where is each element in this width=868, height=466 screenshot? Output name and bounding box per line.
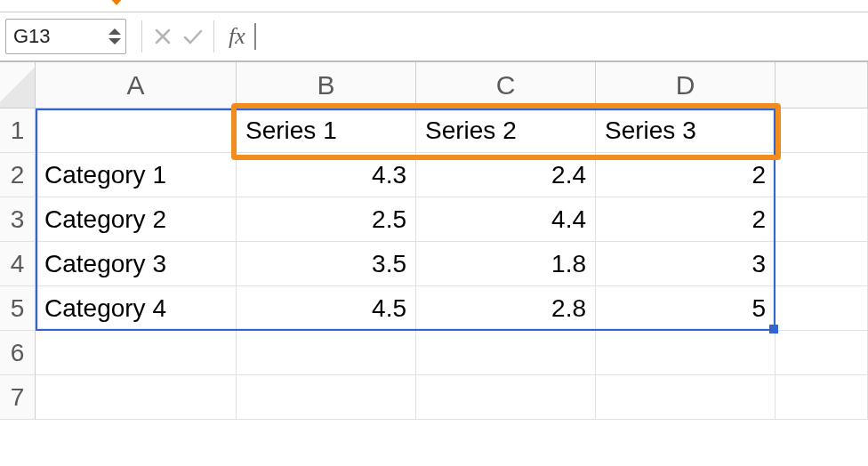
active-tab-indicator <box>108 0 125 5</box>
cell-B3[interactable]: 2.5 <box>237 197 416 242</box>
cell-C4[interactable]: 1.8 <box>416 242 596 286</box>
column-header-A[interactable]: A <box>36 62 237 108</box>
cell-A6[interactable] <box>36 331 237 375</box>
cell-A4[interactable]: Category 3 <box>36 242 237 286</box>
cell-A2[interactable]: Category 1 <box>36 153 237 197</box>
column-header-extra[interactable] <box>776 62 868 108</box>
cell-B7[interactable] <box>237 375 416 420</box>
cell-D5[interactable]: 5 <box>596 286 776 331</box>
row-header-7[interactable]: 7 <box>0 375 36 420</box>
ribbon-edge <box>0 0 868 12</box>
cell-E1[interactable] <box>776 108 868 153</box>
divider <box>141 20 142 52</box>
row-6: 6 <box>0 331 868 375</box>
cell-A7[interactable] <box>36 375 237 420</box>
close-icon <box>154 28 172 45</box>
cell-C5[interactable]: 2.8 <box>416 286 596 331</box>
chevron-down-icon <box>108 38 121 44</box>
cell-grid: A B C D 1 Series 1 Series 2 Series 3 2 C… <box>0 62 868 420</box>
name-box-stepper[interactable] <box>108 28 121 44</box>
cell-B1[interactable]: Series 1 <box>237 108 416 153</box>
cell-C6[interactable] <box>416 331 596 375</box>
cell-B4[interactable]: 3.5 <box>237 242 416 286</box>
check-icon <box>182 28 204 45</box>
row-header-2[interactable]: 2 <box>0 153 36 197</box>
divider <box>213 20 214 52</box>
row-header-4[interactable]: 4 <box>0 242 36 286</box>
cell-B6[interactable] <box>237 331 416 375</box>
formula-bar: fx <box>0 12 868 62</box>
cell-C1[interactable]: Series 2 <box>416 108 596 153</box>
formula-input[interactable] <box>256 19 868 54</box>
row-2: 2 Category 1 4.3 2.4 2 <box>0 153 868 197</box>
column-header-C[interactable]: C <box>416 62 596 108</box>
cell-D6[interactable] <box>596 331 776 375</box>
cell-E6[interactable] <box>776 331 868 375</box>
column-header-D[interactable]: D <box>596 62 776 108</box>
cell-D2[interactable]: 2 <box>596 153 776 197</box>
chevron-up-icon <box>108 28 121 35</box>
row-5: 5 Category 4 4.5 2.8 5 <box>0 286 868 331</box>
row-header-3[interactable]: 3 <box>0 197 36 242</box>
fx-label[interactable]: fx <box>220 23 253 50</box>
worksheet[interactable]: A B C D 1 Series 1 Series 2 Series 3 2 C… <box>0 62 868 420</box>
row-4: 4 Category 3 3.5 1.8 3 <box>0 242 868 286</box>
cell-B2[interactable]: 4.3 <box>237 153 416 197</box>
cell-D4[interactable]: 3 <box>596 242 776 286</box>
cell-C3[interactable]: 4.4 <box>416 197 596 242</box>
cell-C2[interactable]: 2.4 <box>416 153 596 197</box>
column-header-row: A B C D <box>0 62 868 108</box>
cell-E4[interactable] <box>776 242 868 286</box>
column-header-B[interactable]: B <box>237 62 416 108</box>
row-header-1[interactable]: 1 <box>0 108 36 153</box>
cell-A5[interactable]: Category 4 <box>36 286 237 331</box>
row-1: 1 Series 1 Series 2 Series 3 <box>0 108 868 153</box>
cell-E5[interactable] <box>776 286 868 331</box>
confirm-button[interactable] <box>178 21 208 52</box>
cell-A1[interactable] <box>36 108 237 153</box>
cell-E2[interactable] <box>776 153 868 197</box>
name-box-container <box>5 19 126 54</box>
cell-D1[interactable]: Series 3 <box>596 108 776 153</box>
cell-B5[interactable]: 4.5 <box>237 286 416 331</box>
cell-C7[interactable] <box>416 375 596 420</box>
row-7: 7 <box>0 375 868 420</box>
row-header-5[interactable]: 5 <box>0 286 36 331</box>
cancel-button[interactable] <box>148 21 178 52</box>
cell-E7[interactable] <box>776 375 868 420</box>
cell-A3[interactable]: Category 2 <box>36 197 237 242</box>
row-3: 3 Category 2 2.5 4.4 2 <box>0 197 868 242</box>
cell-E3[interactable] <box>776 197 868 242</box>
cell-D7[interactable] <box>596 375 776 420</box>
select-all-corner[interactable] <box>0 62 36 108</box>
row-header-6[interactable]: 6 <box>0 331 36 375</box>
cell-D3[interactable]: 2 <box>596 197 776 242</box>
